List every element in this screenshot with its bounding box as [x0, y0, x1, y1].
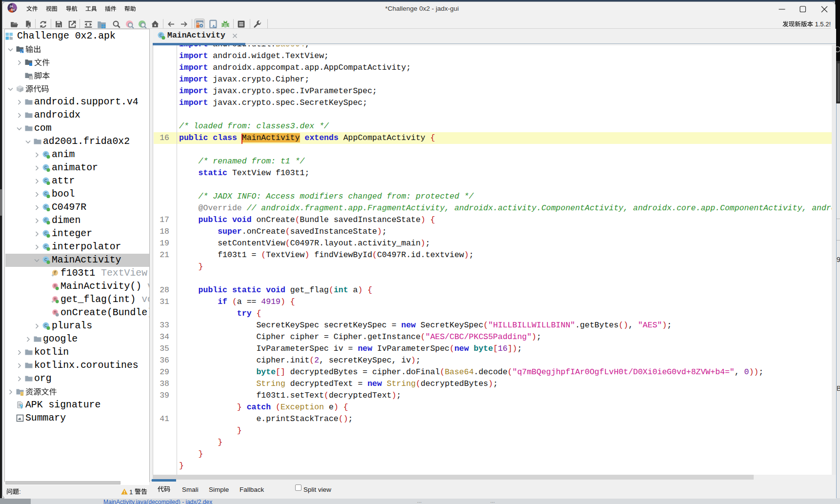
svg-text:DX: DX [11, 8, 15, 11]
svg-text:f: f [54, 270, 57, 276]
svg-text:JA: JA [10, 5, 13, 8]
